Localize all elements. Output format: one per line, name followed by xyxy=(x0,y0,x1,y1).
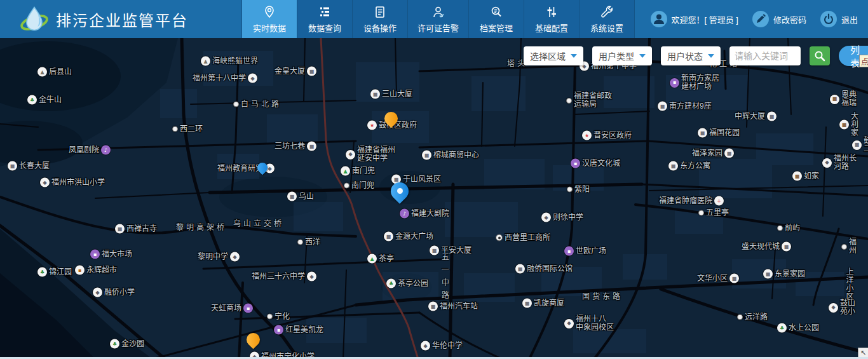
map-poi-label: ■三坊七巷 xyxy=(275,142,316,151)
poi-text: 远洋路 xyxy=(745,313,768,322)
poi-building-icon: ■ xyxy=(763,269,773,279)
nav-item-label: 数据查询 xyxy=(308,22,341,34)
map-poi-label: ♣水上公园 xyxy=(777,323,819,333)
poi-text: 福州三十六中学 xyxy=(252,273,305,281)
poi-text: 东方公寓 xyxy=(680,162,710,170)
search-icon xyxy=(813,50,826,62)
poi-text: 福国花园 xyxy=(709,129,740,137)
poi-text: 长春大厦 xyxy=(19,162,50,170)
map-road-label-vertical: 五一中路 xyxy=(440,253,451,304)
map-poi-label: 西洋 xyxy=(297,238,320,247)
map-poi-label: ♣锦江园 xyxy=(37,268,72,277)
poi-text: 则徐中学 xyxy=(553,213,583,222)
poi-text: 前屿 xyxy=(785,224,800,233)
poi-building-icon: ■ xyxy=(370,90,380,99)
poi-building-icon: ■ xyxy=(422,151,431,160)
map-poi-label: 上洋小区 xyxy=(846,268,861,301)
map-poi-label: ♪凤凰剧院 xyxy=(69,146,111,155)
map-poi-label: ◆华伦中学 xyxy=(421,341,463,351)
map-poi-label: ◆福州市洪山小学 xyxy=(40,178,105,187)
nav-item-realtime-data[interactable]: 实时数据 xyxy=(241,0,297,38)
map-poi-label: ■西禅古寺 xyxy=(115,224,157,234)
user-type-dropdown[interactable]: 用户类型 xyxy=(592,46,652,65)
map-poi-label: ■大利家 xyxy=(839,112,862,137)
poi-school-icon: ◆ xyxy=(421,341,430,351)
poi-text: 上洋小区 xyxy=(846,268,861,301)
partial-map-label: 点 xyxy=(859,55,868,67)
poi-cross-icon: + xyxy=(714,196,724,206)
map-poi-label: ◆福建省福州 延安中学 xyxy=(346,146,395,163)
map-poi-label: ▪新南方家居 建材广场 xyxy=(670,74,719,91)
map-poi-label: ♣金沙园 xyxy=(110,339,144,349)
region-dropdown-label: 选择区域 xyxy=(530,50,566,62)
map-poi-label: 五里亭 xyxy=(698,209,729,217)
map-poi-label: 福建省邮政 运输局 xyxy=(566,92,612,109)
poi-text: 新南方家居 建材广场 xyxy=(681,74,719,91)
region-dropdown[interactable]: 选择区域 xyxy=(524,46,583,65)
map-poi-label: ■盛天现代城 xyxy=(742,242,791,252)
nav-item-data-query[interactable]: 数据查询 xyxy=(297,0,353,38)
poi-text: 金沙园 xyxy=(121,340,144,348)
poi-hotel-icon: ■ xyxy=(830,95,839,104)
user-status-dropdown-label: 用户状态 xyxy=(667,50,703,62)
poi-text: 鼓山苑小 xyxy=(840,299,862,316)
poi-text: 黎明中学 xyxy=(198,253,228,261)
map-poi-label: ■恩典福瑞 xyxy=(830,91,862,107)
poi-text: 西洋 xyxy=(305,238,320,247)
map-poi-label: 福州 xyxy=(841,238,862,255)
map-poi-label: 黎明高架桥 xyxy=(176,224,227,232)
user-type-dropdown-label: 用户类型 xyxy=(599,50,634,62)
map-poi-label: ■福州汽车站 xyxy=(428,302,478,311)
poi-mountain-icon: ▲ xyxy=(201,57,210,66)
poi-building-icon: ■ xyxy=(767,112,776,121)
poi-cart-icon: ▪ xyxy=(75,266,85,275)
map-poi-label: 宁化 xyxy=(267,313,290,321)
logout-link[interactable]: 退出 xyxy=(841,13,858,25)
map-poi-label: 紫阳 xyxy=(567,186,590,194)
map-poi-label: ▲茶亭 xyxy=(367,254,394,264)
map-poi-label: ◆福州长河路 xyxy=(822,154,862,171)
poi-text: 福州市洪山小学 xyxy=(51,179,105,187)
change-password-link[interactable]: 修改密码 xyxy=(773,13,806,25)
poi-text: 福建省邮政 运输局 xyxy=(574,92,612,109)
keyword-search-input[interactable] xyxy=(729,46,801,65)
poi-text: 紫阳 xyxy=(574,186,590,194)
map-poi-label: ▪汉唐文化城 xyxy=(571,159,620,168)
map-poi-label: ■三山大厦 xyxy=(370,90,412,99)
map-poi-label: ■如家 xyxy=(792,172,819,181)
poi-text: 金皇大厦 xyxy=(275,67,305,76)
map-poi-label: 白马北路 xyxy=(233,100,281,109)
power-icon[interactable] xyxy=(820,11,837,27)
poi-text: 五里亭 xyxy=(706,209,729,217)
poi-star-icon: ★ xyxy=(367,121,377,130)
user-status-dropdown[interactable]: 用户状态 xyxy=(661,46,721,65)
poi-text: 于山风景区 xyxy=(403,175,441,184)
poi-text: 海峡熊猫世界 xyxy=(212,57,258,65)
map-poi-label: ■融侨国际公馆 xyxy=(515,264,573,274)
poi-text: 榕城商贸中心 xyxy=(433,151,479,159)
poi-building-icon: ■ xyxy=(384,232,393,241)
nav-item-license-alarm[interactable]: 许可证告警 xyxy=(408,0,469,38)
poi-text: 福州教育研究 xyxy=(217,165,263,173)
map-poi-label: ◆福州第十八中学 xyxy=(193,74,257,83)
nav-item-device-operation[interactable]: 设备操作 xyxy=(353,0,408,38)
poi-school-icon: ◆ xyxy=(93,288,102,297)
map-poi-label: ▲海峡熊猫世界 xyxy=(201,57,258,66)
poi-star-icon: ★ xyxy=(582,131,592,140)
map-poi-label: ■福国花园 xyxy=(698,128,740,138)
poi-tree-icon: ♣ xyxy=(37,268,47,277)
poi-dot-icon xyxy=(841,244,847,250)
search-button[interactable] xyxy=(810,46,830,65)
map-poi-label: +福建省肿瘤医院 xyxy=(659,196,724,206)
poi-school-icon: ◆ xyxy=(564,319,574,329)
poi-tree-icon: ♣ xyxy=(27,95,37,105)
nav-item-system-settings[interactable]: 系统设置 xyxy=(580,0,635,38)
poi-text: 鼓二 xyxy=(864,137,868,153)
map-poi-label: 西二环 xyxy=(172,125,203,133)
poi-text: 大利家 xyxy=(851,112,862,137)
map-poi-label: ■鼓二 xyxy=(852,137,868,153)
poi-dot-icon xyxy=(344,183,349,189)
edit-pencil-icon[interactable] xyxy=(752,11,769,27)
nav-item-basic-config[interactable]: 基础配置 xyxy=(524,0,580,38)
nav-item-archive-management[interactable]: 档案管理 xyxy=(469,0,524,38)
